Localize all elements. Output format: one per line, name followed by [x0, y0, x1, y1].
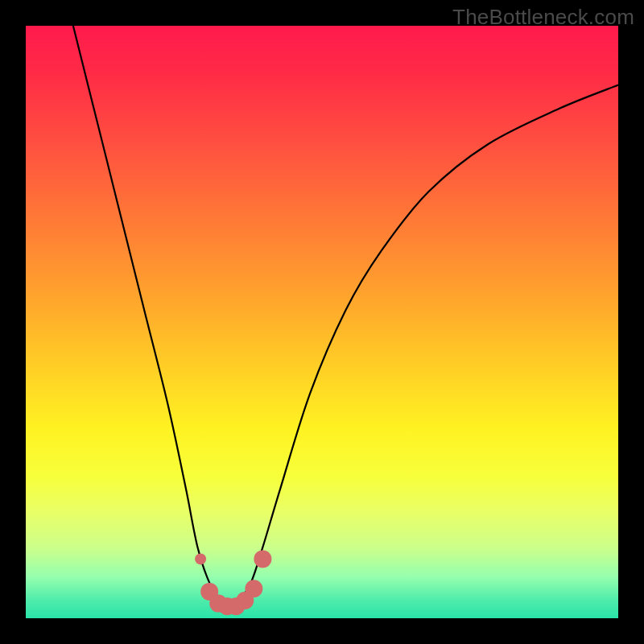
- highlight-marker: [254, 550, 271, 568]
- highlight-marker: [195, 553, 206, 564]
- chart-frame: TheBottleneck.com: [0, 0, 644, 644]
- highlight-marker: [245, 580, 262, 597]
- curve-layer: [26, 26, 618, 618]
- highlight-markers: [195, 550, 271, 615]
- plot-area: [26, 26, 618, 618]
- bottleneck-curve-path: [73, 26, 618, 606]
